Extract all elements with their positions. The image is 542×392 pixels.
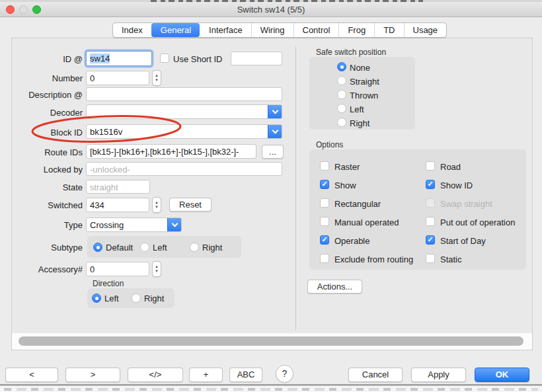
block-id-combobox[interactable]: bk1516v — [86, 124, 282, 139]
safe-none-radio[interactable] — [337, 62, 346, 71]
subtype-default-radio[interactable] — [93, 243, 102, 252]
locked-by-label: Locked by — [9, 165, 83, 175]
option-static-label: Static — [440, 255, 462, 264]
use-short-id-checkbox[interactable] — [160, 54, 169, 63]
stepper-down-icon[interactable]: ▼ — [155, 205, 159, 210]
block-id-value: bk1516v — [90, 127, 122, 137]
stepper-up-icon[interactable]: ▲ — [155, 73, 159, 78]
option-rectangular-label: Rectangular — [334, 199, 381, 209]
horizontal-scrollbar-thumb[interactable] — [19, 336, 523, 346]
option-road-label: Road — [440, 162, 461, 172]
description-label: Description @ — [9, 90, 83, 100]
tab-index[interactable]: Index — [113, 23, 151, 37]
apply-button[interactable]: Apply — [411, 368, 466, 382]
stepper-down-icon[interactable]: ▼ — [155, 269, 159, 274]
stepper-up-icon[interactable]: ▲ — [155, 200, 159, 205]
safe-left-label: Left — [350, 104, 364, 114]
cancel-button[interactable]: Cancel — [348, 368, 403, 382]
option-road-checkbox[interactable] — [426, 161, 435, 171]
subtype-right-label: Right — [202, 243, 222, 253]
tab-interface[interactable]: Interface — [200, 23, 251, 37]
safe-thrown-radio[interactable] — [337, 90, 346, 99]
option-raster-checkbox[interactable] — [320, 161, 329, 171]
tab-usage[interactable]: Usage — [404, 23, 447, 37]
safe-left-radio[interactable] — [337, 104, 346, 113]
option-rectangular-checkbox[interactable] — [320, 198, 329, 208]
route-ids-input[interactable]: [bk15-]-[bk16+],[bk16+]-[bk15-],[bk32-]- — [86, 144, 256, 159]
number-input[interactable]: 0 — [86, 71, 149, 85]
number-stepper[interactable]: ▲ ▼ — [152, 70, 161, 86]
next-item-button[interactable]: > — [65, 368, 120, 382]
titlebar[interactable]: Switch sw14 (5/5) — [0, 2, 542, 17]
ok-button[interactable]: OK — [475, 368, 529, 382]
subtype-left-radio[interactable] — [140, 243, 149, 252]
option-start-of-day-checkbox[interactable] — [426, 235, 435, 245]
help-button[interactable]: ? — [276, 365, 293, 383]
safe-right-label: Right — [350, 118, 369, 128]
stepper-up-icon[interactable]: ▲ — [155, 264, 159, 269]
tab-bar: Index General Interface Wiring Control F… — [112, 22, 447, 38]
option-show-checkbox[interactable] — [320, 180, 329, 189]
direction-right-label: Right — [144, 294, 164, 303]
add-button[interactable]: + — [189, 368, 223, 382]
id-label: ID @ — [9, 54, 83, 64]
short-id-input[interactable] — [231, 52, 282, 65]
subtype-left-label: Left — [153, 243, 167, 253]
direction-left-label: Left — [104, 294, 119, 303]
route-ids-label: Route IDs — [9, 147, 83, 157]
description-input[interactable] — [86, 87, 282, 101]
switched-input[interactable]: 434 — [86, 198, 149, 212]
locked-by-input: -unlocked- — [86, 162, 282, 176]
block-id-dropdown-button[interactable] — [268, 124, 282, 139]
abc-sort-button[interactable]: ABC — [229, 368, 262, 382]
use-short-id-label: Use Short ID — [173, 54, 222, 64]
accessory-stepper[interactable]: ▲ ▼ — [152, 261, 161, 277]
stepper-down-icon[interactable]: ▼ — [155, 78, 159, 83]
accessory-input[interactable]: 0 — [86, 262, 149, 276]
xml-button[interactable]: </> — [128, 368, 183, 382]
safe-right-radio[interactable] — [337, 118, 346, 127]
decoder-combobox[interactable] — [86, 104, 282, 119]
id-value: sw14 — [90, 54, 110, 63]
tab-wiring[interactable]: Wiring — [251, 23, 293, 37]
background-window-bottom-edge — [0, 385, 542, 392]
option-manual-operated-checkbox[interactable] — [320, 217, 329, 226]
direction-left-radio[interactable] — [92, 294, 101, 303]
subtype-right-radio[interactable] — [190, 243, 199, 252]
panel-divider — [295, 46, 296, 331]
option-show-id-checkbox[interactable] — [426, 180, 435, 189]
tab-control[interactable]: Control — [293, 23, 339, 37]
option-put-out-of-operation-label: Put out of operation — [440, 217, 515, 227]
option-exclude-routing-checkbox[interactable] — [320, 254, 329, 263]
switched-stepper[interactable]: ▲ ▼ — [152, 197, 161, 213]
option-manual-operated-label: Manual operated — [334, 217, 399, 227]
safe-switch-position-label: Safe switch position — [316, 48, 386, 57]
chevron-down-icon — [272, 107, 278, 114]
option-start-of-day-label: Start of Day — [440, 236, 486, 246]
option-swap-straight-checkbox — [426, 198, 435, 208]
option-operable-checkbox[interactable] — [320, 235, 329, 245]
tab-frog[interactable]: Frog — [338, 23, 374, 37]
safe-straight-radio[interactable] — [337, 76, 346, 85]
route-ids-browse-button[interactable]: ... — [262, 145, 284, 159]
option-static-checkbox[interactable] — [426, 254, 435, 263]
id-input[interactable]: sw14 — [86, 51, 152, 66]
prev-item-button[interactable]: < — [5, 368, 58, 382]
reset-button[interactable]: Reset — [169, 198, 212, 212]
tab-td[interactable]: TD — [374, 23, 403, 37]
option-swap-straight-label: Swap straight — [440, 199, 492, 209]
horizontal-scrollbar-track[interactable] — [12, 333, 532, 350]
state-input: straight — [86, 180, 150, 194]
number-label: Number — [9, 73, 83, 83]
switched-label: Switched — [9, 200, 83, 210]
type-combobox[interactable]: Crossing — [86, 217, 182, 232]
options-label: Options — [316, 140, 343, 149]
decoder-dropdown-button[interactable] — [268, 104, 282, 119]
option-put-out-of-operation-checkbox[interactable] — [426, 217, 435, 226]
type-dropdown-button[interactable] — [167, 217, 182, 232]
option-exclude-routing-label: Exclude from routing — [334, 255, 413, 264]
option-show-label: Show — [334, 180, 356, 190]
tab-general[interactable]: General — [151, 23, 200, 37]
actions-button[interactable]: Actions... — [307, 280, 362, 294]
direction-right-radio[interactable] — [132, 294, 141, 303]
